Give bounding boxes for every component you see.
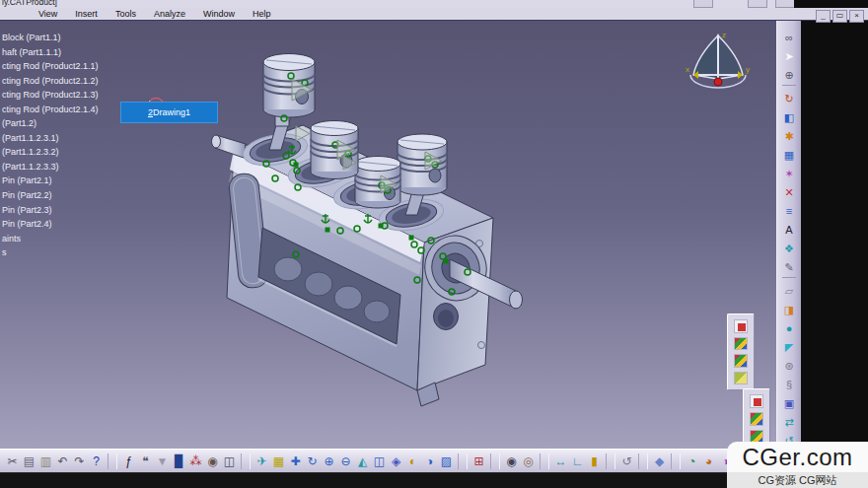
star-icon[interactable]: ✶ xyxy=(781,166,797,181)
constraint-icon[interactable] xyxy=(734,354,748,368)
view-compass[interactable]: z x y xyxy=(685,28,754,102)
tree-item[interactable]: Block (Part1.1) xyxy=(2,31,99,45)
eraser-prism-icon[interactable]: ◆ xyxy=(651,453,668,470)
zoom-tools-icon[interactable]: ⊕ xyxy=(781,67,797,83)
constraint-icon[interactable] xyxy=(750,412,763,426)
swap-space-icon: ◑ xyxy=(426,453,433,470)
gears-icon[interactable]: ⊛ xyxy=(781,358,797,374)
new-window-icon[interactable]: ◫ xyxy=(221,453,238,470)
rotate-icon[interactable]: ↻ xyxy=(304,453,321,470)
tree-item[interactable]: cting Rod (Product2.1.2) xyxy=(2,74,99,89)
component-icon[interactable]: ▦ xyxy=(781,147,797,163)
menu-item[interactable]: Help xyxy=(244,9,280,19)
palette-icon[interactable]: ❖ xyxy=(781,241,797,256)
network-icon[interactable]: ⁂ xyxy=(187,453,204,470)
update-icon[interactable] xyxy=(750,394,763,408)
drop-arrow-icon[interactable]: ▼ xyxy=(154,453,171,470)
swap-space-icon[interactable]: ◑ xyxy=(421,453,438,470)
zoom-in-icon[interactable]: ⊕ xyxy=(321,453,337,470)
tree-item[interactable]: cting Rod (Product2.1.4) xyxy=(2,103,99,117)
tree-item[interactable]: Pin (Part2.4) xyxy=(2,217,99,232)
tree-item[interactable]: Pin (Part2.2) xyxy=(2,188,99,203)
spiral-icon[interactable]: ↺ xyxy=(618,453,635,470)
tree-item[interactable]: (Part1.1.2.3.3) xyxy=(2,160,99,174)
tree-item[interactable]: aints xyxy=(2,232,99,246)
copy-icon[interactable]: ▤ xyxy=(21,453,37,470)
update-icon[interactable]: ↻ xyxy=(781,91,797,106)
knowledge1-icon[interactable]: ◔ xyxy=(684,453,700,470)
delete-icon[interactable]: ✕ xyxy=(781,184,797,200)
iso-view-icon[interactable]: ◈ xyxy=(388,453,404,470)
tree-item[interactable]: cting Rod (Product2.1.3) xyxy=(2,88,99,103)
menu-item[interactable]: Window xyxy=(194,9,244,19)
menu-item[interactable]: Insert xyxy=(66,9,107,19)
select-cursor-icon[interactable]: ➤ xyxy=(781,48,797,64)
pad-icon[interactable]: ◨ xyxy=(781,302,797,317)
layers-icon[interactable]: ≡ xyxy=(781,203,797,219)
tree-item[interactable]: cting Rod (Product2.1.1) xyxy=(2,59,99,74)
mdi-window-controls: _ ▭ × xyxy=(816,10,864,23)
menu-item[interactable]: View xyxy=(30,9,66,19)
crankshaft-stub[interactable] xyxy=(212,135,247,158)
view-mode-icon[interactable]: ∞ xyxy=(781,30,797,45)
camera-icon[interactable]: ◉ xyxy=(503,453,520,470)
hide-show-icon[interactable]: ◐ xyxy=(404,453,421,470)
gear-icon[interactable]: ✱ xyxy=(781,128,797,144)
tree-item[interactable]: (Part1.1.2.3.2) xyxy=(2,145,99,160)
constraint-icon[interactable] xyxy=(734,337,748,351)
tree-item[interactable]: (Part1.1.2.3.1) xyxy=(2,131,99,146)
paperclip-icon[interactable]: § xyxy=(781,377,797,392)
measure-icon[interactable]: ↔ xyxy=(552,453,569,470)
annotation-icon[interactable]: A xyxy=(781,222,797,238)
cut-icon[interactable]: ✂ xyxy=(4,453,21,470)
mdi-minimize-button[interactable]: _ xyxy=(816,10,831,23)
paste-icon[interactable]: ▥ xyxy=(37,453,54,470)
tree-item[interactable]: (Part1.2) xyxy=(2,116,99,131)
exchange-icon: ⇄ xyxy=(784,414,793,430)
tree-item[interactable]: haft (Part1.1.1) xyxy=(2,45,99,60)
normal-view-icon[interactable]: ◭ xyxy=(354,453,371,470)
tree-item[interactable]: s xyxy=(2,245,99,260)
knowledge2-icon[interactable]: ◕ xyxy=(700,453,717,470)
layers-icon: ≡ xyxy=(786,203,792,219)
menu-item[interactable]: Tools xyxy=(107,9,145,19)
formula-icon[interactable]: ƒ xyxy=(120,453,137,470)
tree-item[interactable]: Pin (Part2.3) xyxy=(2,203,99,218)
capture-icon[interactable]: ◎ xyxy=(520,453,537,470)
tree-item[interactable]: Pin (Part2.1) xyxy=(2,174,99,188)
padlock-icon[interactable]: ▮ xyxy=(586,453,603,470)
screen-icon[interactable]: ▉ xyxy=(171,453,187,470)
mdi-close-button[interactable]: × xyxy=(849,10,864,23)
pan-icon: ✚ xyxy=(290,453,300,470)
minimize-button[interactable] xyxy=(693,0,713,8)
close-button[interactable] xyxy=(775,0,794,8)
help-icon[interactable]: ? xyxy=(88,453,105,470)
fly-mode-icon[interactable]: ✈ xyxy=(253,453,270,470)
multi-window-icon[interactable]: ◫ xyxy=(371,453,388,470)
measure-icon[interactable] xyxy=(734,372,748,385)
constraint-square xyxy=(409,236,414,241)
ball-icon[interactable]: ● xyxy=(781,320,797,336)
graph-tree-icon[interactable]: ⊞ xyxy=(470,453,487,470)
comment-icon[interactable]: ❝ xyxy=(137,453,154,470)
window-menu-item-drawing1[interactable]: 2 Drawing1 xyxy=(120,102,218,123)
pan-icon[interactable]: ✚ xyxy=(287,453,304,470)
prism-icon[interactable]: ▱ xyxy=(781,283,797,299)
exchange-icon[interactable]: ⇄ xyxy=(781,414,797,430)
wireframe-icon[interactable]: ▨ xyxy=(438,453,455,470)
sketch-pencil-icon[interactable]: ✎ xyxy=(781,259,797,275)
undo-icon[interactable]: ↶ xyxy=(54,453,71,470)
maximize-button[interactable] xyxy=(748,0,767,8)
wedge-icon[interactable]: ◤ xyxy=(781,339,797,355)
knowledge-lock-icon[interactable]: ◉ xyxy=(204,453,221,470)
zoom-out-icon[interactable]: ⊖ xyxy=(337,453,354,470)
catalog-icon[interactable]: ◧ xyxy=(781,109,797,125)
multiview-grid-icon[interactable]: ▦ xyxy=(270,453,287,470)
frame-icon[interactable]: ▣ xyxy=(781,395,797,411)
redo-icon[interactable]: ↷ xyxy=(71,453,88,470)
menu-item[interactable]: Analyze xyxy=(145,9,194,19)
mdi-restore-button[interactable]: ▭ xyxy=(832,10,847,23)
measure-item-icon[interactable]: ∟ xyxy=(569,453,586,470)
component-icon: ▦ xyxy=(784,147,794,163)
update-icon[interactable] xyxy=(734,319,748,333)
